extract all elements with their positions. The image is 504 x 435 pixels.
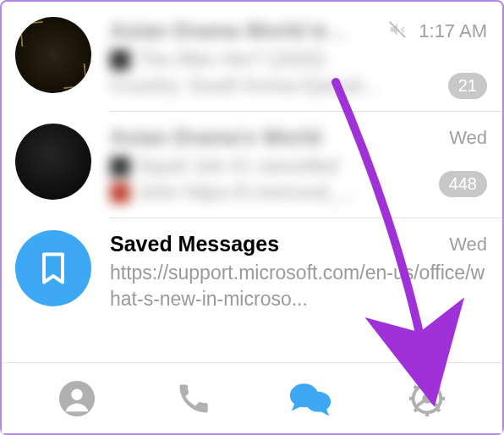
chats-icon	[288, 378, 332, 419]
chat-row[interactable]: Asian Drama World Is .. 1:17 AM The Afte…	[2, 5, 502, 111]
preview-thumb	[110, 50, 130, 70]
svg-line-16	[437, 386, 440, 388]
chat-title: Asian Drama World Is ..	[110, 19, 381, 43]
chat-content: Asian Drama World Is .. 1:17 AM The Afte…	[110, 17, 487, 99]
chat-title: Asian Drama's World	[110, 125, 444, 150]
avatar-saved	[15, 230, 91, 306]
preview-thumb	[110, 183, 130, 203]
chat-time: Wed	[449, 234, 487, 256]
person-icon	[58, 379, 96, 418]
chat-preview: The After Her? (2020) Country: South Kor…	[110, 47, 487, 99]
svg-line-14	[437, 409, 440, 411]
phone-icon	[175, 380, 212, 417]
chat-row-saved-messages[interactable]: Saved Messages Wed https://support.micro…	[2, 218, 502, 324]
chat-list: Asian Drama World Is .. 1:17 AM The Afte…	[2, 2, 502, 324]
svg-line-13	[414, 386, 417, 388]
unread-badge: 448	[439, 171, 487, 197]
chat-title: Saved Messages	[110, 232, 444, 256]
chat-content: Asian Drama's World Wed Squid Job #1 can…	[110, 124, 487, 206]
unread-badge: 21	[448, 73, 487, 99]
tab-settings[interactable]	[402, 373, 452, 424]
tab-chats[interactable]	[285, 373, 336, 424]
chat-time: 1:17 AM	[419, 20, 487, 42]
svg-point-1	[71, 388, 82, 399]
chat-time: Wed	[449, 127, 487, 149]
chat-content: Saved Messages Wed https://support.micro…	[110, 230, 487, 312]
chat-row[interactable]: Asian Drama's World Wed Squid Job #1 can…	[2, 112, 502, 218]
preview-thumb	[110, 157, 130, 177]
tab-calls[interactable]	[168, 373, 219, 424]
tab-bar	[2, 362, 502, 433]
gear-icon	[408, 379, 446, 418]
svg-line-15	[414, 409, 417, 411]
mute-icon	[388, 20, 407, 42]
svg-point-3	[305, 391, 331, 411]
bookmark-icon	[35, 250, 72, 287]
avatar	[15, 124, 91, 200]
avatar	[15, 17, 91, 93]
chat-preview: Squid Job #1 cancelled John https://t.me…	[110, 153, 487, 206]
tab-contacts[interactable]	[52, 373, 102, 424]
chat-preview: https://support.microsoft.com/en-us/offi…	[110, 260, 487, 312]
